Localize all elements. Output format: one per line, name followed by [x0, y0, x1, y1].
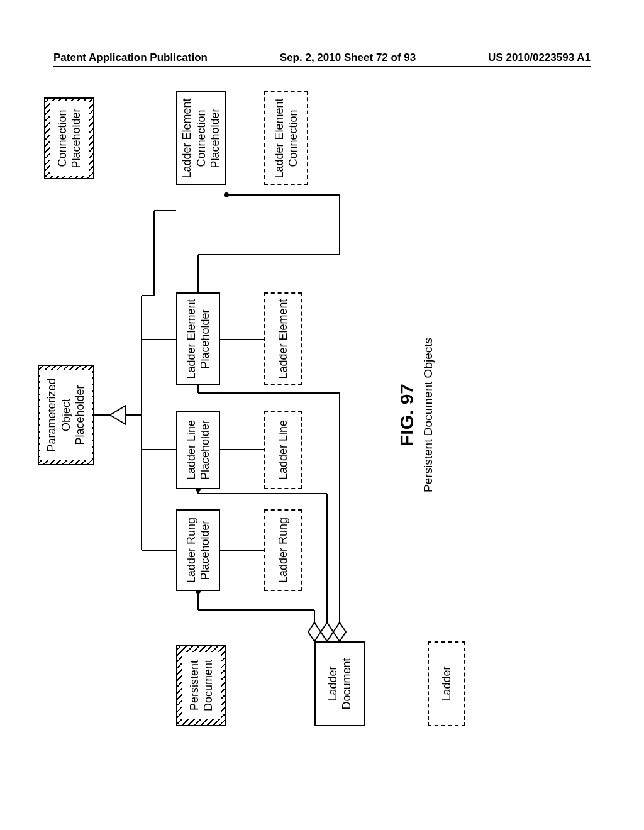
ladder-label: Ladder: [440, 666, 454, 701]
ladder-element-box: Ladder Element: [264, 292, 302, 385]
persistent-document-box: Persistent Document: [176, 645, 226, 726]
persistent-document-label: Persistent Document: [182, 652, 221, 719]
svg-marker-17: [321, 622, 333, 641]
uml-diagram: Persistent Document Parameterized Object…: [0, 176, 629, 654]
ladder-element-label: Ladder Element: [276, 299, 291, 379]
ladder-element-connection-placeholder-box: Ladder Element Connection Placeholder: [176, 91, 226, 185]
ladder-rung-placeholder-label: Ladder Rung Placeholder: [184, 517, 213, 583]
connection-placeholder-label: Connection Placeholder: [50, 101, 89, 175]
ladder-document-box: Ladder Document: [314, 641, 365, 726]
figure-label: FIG. 97: [396, 352, 418, 478]
figure-subtitle: Persistent Document Objects: [421, 333, 435, 497]
ladder-element-placeholder-box: Ladder Element Placeholder: [176, 292, 220, 385]
ladder-document-label: Ladder Document: [326, 658, 354, 709]
parameterized-object-placeholder-box: Parameterized Object Placeholder: [38, 365, 94, 465]
ladder-element-connection-box: Ladder Element Connection: [264, 91, 308, 185]
ladder-line-box: Ladder Line: [264, 411, 302, 489]
ladder-line-placeholder-box: Ladder Line Placeholder: [176, 411, 220, 489]
header-center: Sep. 2, 2010 Sheet 72 of 93: [280, 52, 416, 64]
header-divider: [53, 66, 591, 67]
svg-marker-1: [110, 406, 126, 424]
svg-point-36: [224, 192, 229, 197]
ladder-line-label: Ladder Line: [276, 420, 291, 480]
connection-placeholder-box: Connection Placeholder: [44, 97, 94, 179]
svg-marker-16: [308, 622, 321, 641]
ladder-element-connection-label: Ladder Element Connection: [272, 98, 301, 178]
ladder-element-connection-placeholder-label: Ladder Element Connection Placeholder: [180, 98, 223, 178]
ladder-element-placeholder-label: Ladder Element Placeholder: [184, 299, 213, 379]
parameterized-object-placeholder-label: Parameterized Object Placeholder: [40, 370, 92, 459]
ladder-box: Ladder: [428, 641, 465, 726]
ladder-rung-label: Ladder Rung: [276, 517, 291, 583]
ladder-line-placeholder-label: Ladder Line Placeholder: [184, 420, 213, 480]
svg-marker-18: [333, 622, 346, 641]
ladder-rung-placeholder-box: Ladder Rung Placeholder: [176, 509, 220, 591]
ladder-rung-box: Ladder Rung: [264, 509, 302, 591]
header-left: Patent Application Publication: [53, 52, 208, 64]
header-right: US 2010/0223593 A1: [488, 52, 591, 64]
